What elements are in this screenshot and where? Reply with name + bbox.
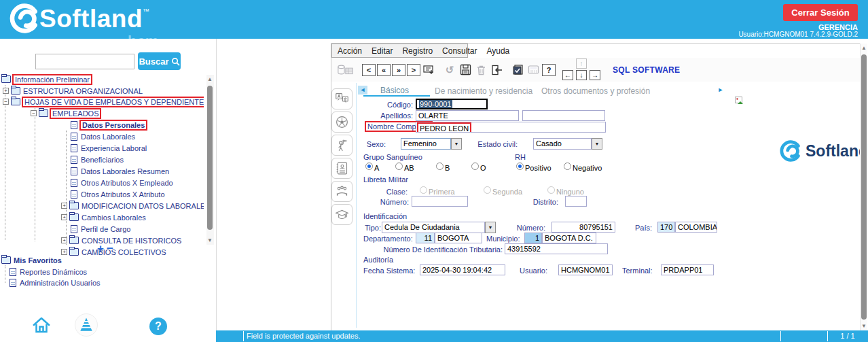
home-button[interactable] <box>31 315 52 335</box>
menu-consultar[interactable]: Consultar <box>442 46 477 56</box>
tab-basicos[interactable]: Básicos <box>380 86 409 95</box>
tree-item-beneficiarios[interactable]: Beneficiarios <box>71 154 125 165</box>
estado-civil-select[interactable]: Casado <box>533 138 592 150</box>
nav-prev-button[interactable]: < <box>362 64 376 76</box>
scroll-up-icon[interactable]: ▲ <box>206 76 213 82</box>
apellidos-input-1[interactable]: OLARTE <box>416 110 519 121</box>
tab-scroll-right-icon[interactable]: ► <box>716 86 725 95</box>
exit-icon[interactable] <box>490 63 503 76</box>
translate-tool-button[interactable] <box>331 88 352 109</box>
tipo-dropdown-icon[interactable]: ▼ <box>485 222 496 233</box>
tree-item-experiencia-laboral[interactable]: Experiencia Laboral <box>71 143 148 153</box>
apellidos-input-2[interactable] <box>522 110 605 121</box>
identificacion-numero-input[interactable]: 80795151 <box>551 222 615 233</box>
search-input[interactable] <box>35 54 134 69</box>
sexo-dropdown-icon[interactable]: ▼ <box>451 138 462 150</box>
apply-check-icon[interactable] <box>511 63 524 76</box>
tab-nacimiento-residencia[interactable]: De nacimiento y residencia <box>435 86 532 96</box>
expand-minus-icon[interactable]: − <box>3 99 9 105</box>
scroll-down-icon[interactable]: ▼ <box>206 237 213 243</box>
favorites-item-administracion-usuarios[interactable]: Administración Usuarios <box>10 277 102 288</box>
database-grid-icon[interactable] <box>336 63 355 76</box>
menu-registro[interactable]: Registro <box>402 46 433 56</box>
photo-placeholder-icon[interactable] <box>735 97 744 105</box>
calculator-icon[interactable] <box>526 63 540 76</box>
help-button[interactable]: ? <box>149 318 167 335</box>
pyramid-button[interactable] <box>75 313 98 337</box>
pais-code-input[interactable]: 170 <box>657 222 675 233</box>
radio-grupo-a[interactable]: A <box>365 163 379 172</box>
scroll-down-icon[interactable]: ▼ <box>861 323 867 329</box>
goto-record-icon[interactable] <box>422 63 435 76</box>
tree-item-modificacion-datos-laborales[interactable]: + MODIFICACION DATOS LABORALES <box>61 201 204 211</box>
sports-tool-button[interactable] <box>331 112 352 133</box>
tab-scroll-left-icon[interactable]: ◄ <box>358 86 367 95</box>
nav-next-button[interactable]: > <box>407 64 420 76</box>
menu-editar[interactable]: Editar <box>372 46 393 56</box>
fecha-sistema-input[interactable]: 2025-04-30 19:04:42 <box>420 264 505 275</box>
tree-item-otros-atributos-x-empleado[interactable]: Otros Atributos X Empleado <box>71 177 175 188</box>
tree-item-informacion-preliminar[interactable]: Información Preliminar <box>1 74 92 84</box>
departamento-name-input[interactable]: BOGOTA <box>435 233 482 243</box>
tree-scrollbar[interactable]: ▲ ▼ <box>206 75 214 245</box>
arrow-up-icon[interactable]: ↑ <box>576 58 587 69</box>
nav-first-button[interactable]: « <box>377 64 391 76</box>
arrow-left-icon[interactable]: ← <box>562 70 573 80</box>
logout-button[interactable]: Cerrar Sesión <box>783 4 858 21</box>
search-button[interactable]: Buscar <box>138 52 181 70</box>
tree-item-cambios-laborales[interactable]: + Cambios Laborales <box>61 212 147 222</box>
arrow-down-icon[interactable]: ↓ <box>576 70 587 80</box>
tree-item-hojas-de-vida[interactable]: − HOJAS DE VIDA DE EMPLEADOS Y DEPENDIEN… <box>3 97 204 107</box>
radio-grupo-ab[interactable]: AB <box>395 163 414 172</box>
tree-item-consulta-de-historicos[interactable]: + CONSULTA DE HISTORICOS <box>61 235 183 245</box>
page-scrollbar[interactable]: ▲ ▼ <box>860 44 867 330</box>
radio-rh-negativo[interactable]: Negativo <box>564 163 602 172</box>
expand-plus-icon[interactable]: + <box>61 203 67 209</box>
scroll-up-icon[interactable]: ▲ <box>861 45 867 51</box>
municipio-name-input[interactable]: BOGOTA D.C. <box>542 233 596 243</box>
delete-trash-icon[interactable] <box>474 63 488 76</box>
radio-rh-positivo[interactable]: Positivo <box>516 163 551 172</box>
page-scrollbar-thumb[interactable] <box>861 54 867 320</box>
tree-item-estructura-organizacional[interactable]: + ESTRUCTURA ORGANIZACIONAL <box>3 86 144 96</box>
radio-grupo-b[interactable]: B <box>436 163 450 172</box>
departamento-code-input[interactable]: 11 <box>416 233 435 243</box>
pais-name-input[interactable]: COLOMBIA <box>675 222 717 233</box>
usuario-input[interactable]: HCMGNOM01 <box>558 264 613 275</box>
terminal-input[interactable]: PRDAPP01 <box>661 264 714 275</box>
radio-grupo-o[interactable]: O <box>471 163 486 172</box>
tab-otros-documentos[interactable]: Otros documentos y profesión <box>541 86 650 96</box>
help-toolbar-button[interactable]: ? <box>542 64 556 76</box>
expand-plus-icon[interactable]: + <box>61 214 67 220</box>
menu-accion[interactable]: Acción <box>338 46 362 56</box>
expand-plus-icon[interactable]: + <box>3 88 9 94</box>
nav-last-button[interactable]: » <box>392 64 405 76</box>
expand-plus-icon[interactable]: + <box>61 249 67 255</box>
codigo-input[interactable]: 990-0001 <box>416 99 488 109</box>
nombre-completo-input[interactable]: PEDRO LEON <box>416 122 606 133</box>
expand-plus-icon[interactable]: + <box>61 237 67 243</box>
save-icon[interactable] <box>458 63 472 76</box>
education-tool-button[interactable] <box>331 204 352 225</box>
tree-item-datos-laborales[interactable]: Datos Laborales <box>71 131 137 141</box>
tree-zoom-controls[interactable]: +− <box>97 242 116 256</box>
undo-icon[interactable]: ↺ <box>443 63 456 76</box>
nit-input[interactable]: 43915592 <box>505 243 608 254</box>
team-tool-button[interactable] <box>331 181 352 202</box>
libreta-numero-input[interactable] <box>412 196 468 207</box>
municipio-code-input[interactable]: 1 <box>524 233 542 243</box>
estado-civil-dropdown-icon[interactable]: ▼ <box>592 138 602 150</box>
tree-item-datos-personales[interactable]: Datos Personales <box>71 120 147 130</box>
tree-scrollbar-thumb[interactable] <box>207 86 213 230</box>
tree-item-datos-laborales-resumen[interactable]: Datos Laborales Resumen <box>71 166 170 176</box>
distrito-input[interactable] <box>565 196 587 207</box>
favorites-item-reportes-dinamicos[interactable]: Reportes Dinámicos <box>10 267 88 277</box>
tree-item-empleados[interactable]: − EMPLEADOS <box>31 108 101 118</box>
favorites-header[interactable]: Mis Favoritos <box>1 255 63 265</box>
tipo-select[interactable]: Cedula De Ciudadania <box>382 222 485 233</box>
sexo-select[interactable]: Femenino <box>401 138 451 150</box>
tree-item-perfil-de-cargo[interactable]: Perfil de Cargo <box>71 224 132 234</box>
contacts-tool-button[interactable] <box>331 158 352 179</box>
expand-minus-icon[interactable]: − <box>31 110 37 116</box>
arrow-right-icon[interactable]: → <box>590 70 600 80</box>
